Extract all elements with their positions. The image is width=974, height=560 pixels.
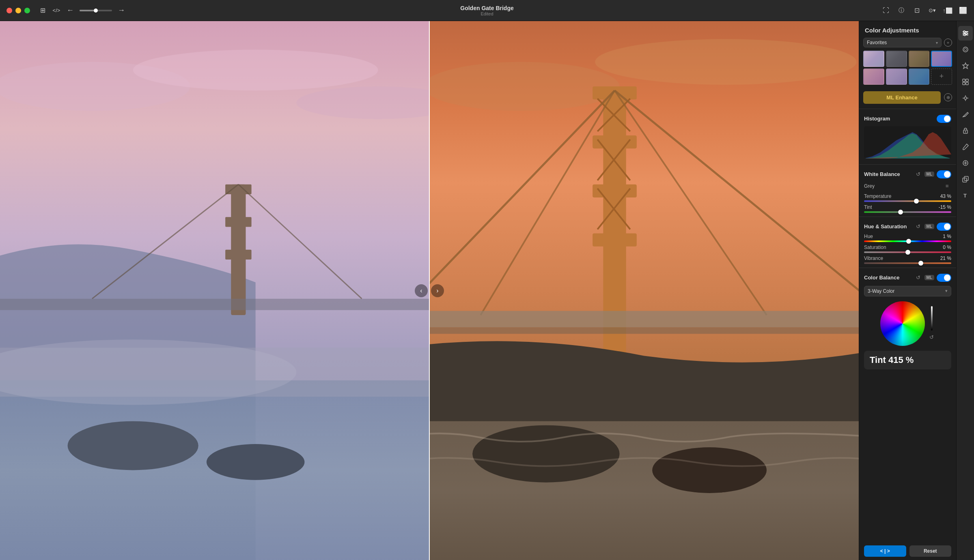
- bottom-bar: < | > Reset: [859, 542, 956, 560]
- hue-slider-row: Hue 1 %: [859, 232, 956, 243]
- preset-1[interactable]: [863, 51, 884, 67]
- tint-slider[interactable]: [864, 211, 951, 213]
- titlebar: ⊞ </> ← → Golden Gate Bridge Edited ⛶ ⓘ …: [0, 0, 974, 21]
- svg-rect-64: [964, 176, 968, 180]
- titlebar-left-icons: ⊞ </> ← →: [38, 6, 126, 15]
- eyedropper-icon[interactable]: ⌗: [942, 182, 951, 191]
- preset-7[interactable]: [909, 69, 930, 85]
- preset-4-active[interactable]: [931, 51, 952, 67]
- svg-rect-10: [0, 299, 429, 310]
- svg-point-38: [652, 447, 767, 493]
- heal-tool-icon[interactable]: [958, 156, 973, 170]
- vibrance-value: 21 %: [940, 255, 951, 261]
- favorites-select[interactable]: Favorites ▾: [863, 38, 942, 47]
- view-icon[interactable]: ⊞: [38, 6, 47, 15]
- prev-arrow[interactable]: ‹: [415, 284, 428, 297]
- wb-ml-badge: ML: [924, 172, 934, 177]
- three-way-select[interactable]: 3-Way Color ▾: [864, 286, 951, 296]
- svg-rect-48: [963, 79, 965, 82]
- adjustments-tool-icon[interactable]: [958, 26, 973, 41]
- histogram-area: [864, 126, 951, 159]
- preset-6[interactable]: [886, 69, 907, 85]
- wb-toggle[interactable]: [937, 170, 951, 178]
- bridge-image-left: [0, 21, 429, 560]
- histogram-section-row: Histogram: [859, 112, 956, 124]
- maximize-button[interactable]: [24, 8, 30, 13]
- svg-point-59: [965, 131, 966, 133]
- svg-point-46: [964, 48, 967, 51]
- sparkle-tool-icon[interactable]: [958, 91, 973, 105]
- info-icon[interactable]: ⓘ: [897, 6, 906, 15]
- preset-3[interactable]: [909, 51, 930, 67]
- svg-marker-47: [963, 63, 968, 69]
- crop-icon[interactable]: ⊡: [912, 6, 921, 15]
- text-tool-icon[interactable]: T: [958, 188, 973, 203]
- share-icon[interactable]: ↑⬜: [943, 6, 952, 15]
- zoom-slider[interactable]: [80, 10, 112, 11]
- clone-tool-icon[interactable]: [958, 172, 973, 187]
- cb-ml-badge: ML: [924, 275, 934, 280]
- favorites-info[interactable]: +: [944, 39, 952, 47]
- svg-rect-50: [963, 82, 965, 85]
- star-tool-icon[interactable]: [958, 58, 973, 73]
- svg-point-43: [965, 32, 967, 34]
- luminance-slider[interactable]: [931, 306, 933, 330]
- svg-point-14: [68, 421, 198, 470]
- split-view-button[interactable]: < | >: [864, 545, 906, 557]
- saturation-slider[interactable]: [864, 251, 951, 253]
- hs-reset-icon[interactable]: ↺: [915, 223, 922, 230]
- tint-thumb[interactable]: [898, 210, 903, 215]
- wb-reset-icon[interactable]: ↺: [915, 171, 922, 178]
- grey-row: Grey ⌗: [859, 180, 956, 192]
- minimize-button[interactable]: [15, 8, 21, 13]
- saturation-label: Saturation: [864, 245, 886, 250]
- histogram-toggle[interactable]: [937, 115, 951, 123]
- vibrance-slider[interactable]: [864, 262, 951, 264]
- hs-toggle[interactable]: [937, 223, 951, 231]
- favorites-row: Favorites ▾ +: [859, 38, 956, 47]
- divider-4: [859, 268, 956, 268]
- reset-button[interactable]: Reset: [909, 545, 952, 557]
- white-balance-row: White Balance ↺ ML: [859, 167, 956, 180]
- temperature-slider[interactable]: [864, 200, 951, 202]
- hs-ml-badge: ML: [924, 224, 934, 229]
- preset-add-button[interactable]: +: [931, 69, 952, 85]
- grid-tool-icon[interactable]: [958, 75, 973, 89]
- layout-icon[interactable]: ⬜: [959, 6, 968, 15]
- tint-label: Tint: [864, 204, 872, 210]
- color-wheel[interactable]: [880, 301, 925, 346]
- close-button[interactable]: [6, 8, 12, 13]
- cb-toggle[interactable]: [937, 274, 951, 282]
- lock-tool-icon[interactable]: [958, 123, 973, 138]
- hue-slider[interactable]: [864, 240, 951, 242]
- pen-tool-icon[interactable]: [958, 107, 973, 122]
- svg-point-17: [429, 62, 620, 111]
- next-icon[interactable]: →: [117, 6, 126, 15]
- image-right: [429, 21, 859, 560]
- ml-enhance-button[interactable]: ML Enhance: [863, 91, 941, 104]
- saturation-thumb[interactable]: [905, 250, 910, 255]
- divider-1: [859, 109, 956, 109]
- lens-tool-icon[interactable]: [958, 42, 973, 57]
- three-way-arrow-icon: ▾: [945, 288, 948, 294]
- cb-reset-icon[interactable]: ↺: [915, 274, 922, 281]
- code-icon[interactable]: </>: [52, 6, 61, 15]
- fullscreen-icon[interactable]: ⛶: [881, 6, 890, 15]
- prev-icon[interactable]: ←: [66, 6, 75, 15]
- preset-5[interactable]: [863, 69, 884, 85]
- presets-grid: +: [859, 51, 956, 89]
- hue-thumb[interactable]: [906, 239, 911, 244]
- brush-tool-icon[interactable]: [958, 139, 973, 154]
- split-arrows[interactable]: ‹ ›: [415, 284, 444, 297]
- ml-enhance-info[interactable]: ⊕: [944, 93, 952, 101]
- svg-rect-35: [429, 327, 859, 334]
- circle-menu-icon[interactable]: ⊙▾: [928, 6, 937, 15]
- svg-point-52: [964, 97, 967, 99]
- svg-rect-49: [966, 79, 968, 82]
- preset-2[interactable]: [886, 51, 907, 67]
- vibrance-thumb[interactable]: [918, 261, 923, 266]
- color-wheel-reset[interactable]: ↺: [928, 334, 935, 341]
- svg-point-2: [133, 49, 378, 90]
- svg-rect-6: [225, 217, 251, 227]
- next-arrow[interactable]: ›: [431, 284, 444, 297]
